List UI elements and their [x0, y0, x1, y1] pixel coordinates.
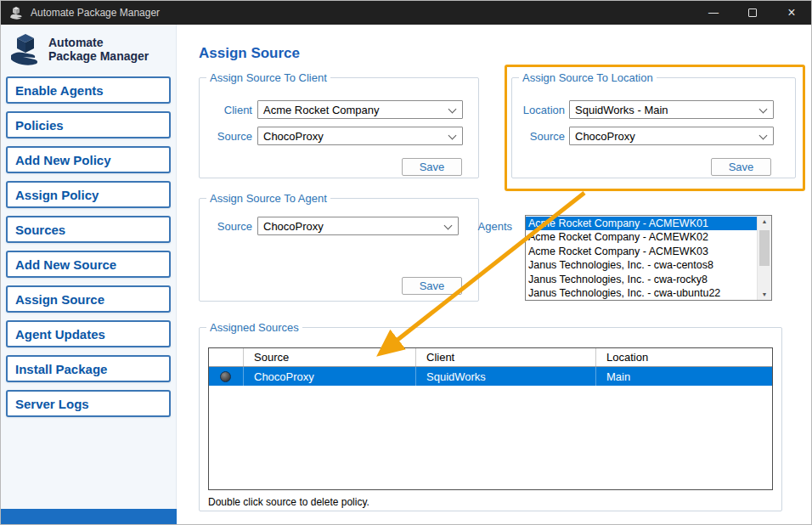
- chevron-down-icon: [444, 222, 453, 230]
- source-label: Source: [206, 130, 252, 143]
- sidebar-item-sources[interactable]: Sources: [6, 216, 171, 243]
- titlebar: Automate Package Manager — ×: [1, 1, 811, 25]
- assigned-sources-title: Assigned Sources: [206, 321, 302, 334]
- sidebar-item-install-package[interactable]: Install Package: [6, 355, 171, 382]
- client-source-dropdown[interactable]: ChocoProxy: [257, 127, 463, 145]
- assigned-sources-group: Assigned Sources Source Client Location …: [199, 327, 782, 511]
- close-icon: ×: [787, 5, 795, 20]
- agent-list-item[interactable]: Janus Technologies, Inc. - cwa-ubuntu22: [526, 286, 757, 300]
- assign-source-to-location-group: Assign Source To Location Location Squid…: [511, 77, 796, 178]
- page-title: Assign Source: [199, 45, 300, 62]
- chevron-down-icon: [448, 105, 457, 114]
- minimize-button[interactable]: —: [694, 1, 733, 25]
- agent-list-item[interactable]: Acme Rocket Company - ACMEWK03: [526, 245, 757, 258]
- agent-list-item[interactable]: Janus Technologies, Inc. - cwa-centos8: [526, 258, 757, 272]
- table-header-row: Source Client Location: [209, 348, 772, 367]
- sidebar-item-assign-source[interactable]: Assign Source: [6, 285, 171, 313]
- column-header-source[interactable]: Source: [243, 348, 415, 366]
- chevron-down-icon: [448, 132, 457, 140]
- close-button[interactable]: ×: [772, 1, 811, 25]
- maximize-button[interactable]: [733, 1, 772, 25]
- scrollbar-thumb[interactable]: [759, 230, 770, 266]
- current-row-indicator-icon: [220, 371, 231, 382]
- column-header-location[interactable]: Location: [595, 348, 772, 366]
- sidebar: Automate Package Manager Enable Agents P…: [1, 25, 177, 524]
- main-content: Assign Source Assign Source To Client Cl…: [177, 25, 811, 524]
- row-header-corner: [209, 348, 243, 366]
- client-save-button[interactable]: Save: [402, 158, 462, 176]
- logo-text: Automate Package Manager: [48, 36, 149, 63]
- agent-save-button[interactable]: Save: [402, 277, 462, 295]
- location-save-button[interactable]: Save: [711, 158, 771, 176]
- app-window: { "window": { "title": "Automate Package…: [0, 0, 812, 525]
- agent-save-label: Save: [420, 279, 445, 292]
- cell-client: SquidWorks: [415, 367, 595, 386]
- agent-source-label: Source: [206, 220, 252, 233]
- client-source-dropdown-value: ChocoProxy: [263, 130, 324, 143]
- agent-source-dropdown[interactable]: ChocoProxy: [257, 217, 459, 235]
- window-title: Automate Package Manager: [31, 7, 160, 19]
- location-source-dropdown[interactable]: ChocoProxy: [569, 127, 774, 145]
- agents-list-items: Acme Rocket Company - ACMEWK01 Acme Rock…: [526, 217, 757, 300]
- maximize-icon: [748, 8, 757, 17]
- assign-source-to-client-group: Assign Source To Client Client Acme Rock…: [199, 77, 479, 178]
- logo-line1: Automate: [48, 36, 149, 49]
- chevron-down-icon: [759, 105, 768, 114]
- chevron-down-icon: [759, 132, 768, 140]
- sidebar-item-server-logs[interactable]: Server Logs: [6, 390, 171, 417]
- row-header-cell: [209, 367, 243, 386]
- assign-source-to-agent-group: Assign Source To Agent Source ChocoProxy…: [199, 198, 479, 302]
- app-logo: Automate Package Manager: [1, 25, 176, 66]
- sidebar-item-enable-agents[interactable]: Enable Agents: [6, 76, 171, 104]
- sidebar-item-assign-policy[interactable]: Assign Policy: [6, 181, 171, 208]
- scroll-up-icon[interactable]: ▲: [758, 218, 771, 224]
- sidebar-bottom-accent: [1, 509, 177, 524]
- location-save-label: Save: [729, 161, 754, 173]
- window-controls: — ×: [694, 1, 811, 25]
- agents-label: Agents: [465, 220, 512, 233]
- delete-hint-text: Double click source to delete policy.: [208, 496, 369, 508]
- sidebar-item-policies[interactable]: Policies: [6, 111, 171, 138]
- location-source-label: Source: [516, 130, 565, 143]
- location-label: Location: [516, 104, 565, 116]
- client-dropdown-value: Acme Rocket Company: [263, 104, 380, 116]
- cell-location: Main: [595, 367, 772, 386]
- scroll-down-icon[interactable]: ▼: [758, 291, 771, 297]
- location-source-dropdown-value: ChocoProxy: [575, 130, 635, 143]
- sidebar-item-agent-updates[interactable]: Agent Updates: [6, 320, 171, 347]
- location-dropdown-value: SquidWorks - Main: [575, 104, 668, 116]
- client-group-title: Assign Source To Client: [206, 71, 330, 84]
- agent-group-title: Assign Source To Agent: [206, 192, 330, 205]
- agents-scrollbar[interactable]: ▲ ▼: [757, 216, 771, 300]
- location-group-title: Assign Source To Location: [519, 71, 657, 84]
- agent-list-item[interactable]: Acme Rocket Company - ACMEWK01: [526, 217, 757, 230]
- location-dropdown[interactable]: SquidWorks - Main: [569, 100, 774, 119]
- client-label: Client: [206, 104, 252, 116]
- package-hand-icon: [8, 32, 43, 66]
- sidebar-menu: Enable Agents Policies Add New Policy As…: [1, 76, 176, 417]
- sidebar-item-add-new-policy[interactable]: Add New Policy: [6, 146, 171, 173]
- app-icon: [9, 6, 23, 20]
- sidebar-item-add-new-source[interactable]: Add New Source: [6, 251, 171, 278]
- assigned-sources-table: Source Client Location ChocoProxy SquidW…: [208, 347, 773, 490]
- agent-source-dropdown-value: ChocoProxy: [263, 220, 324, 233]
- agents-listbox[interactable]: Acme Rocket Company - ACMEWK01 Acme Rock…: [525, 215, 772, 301]
- column-header-client[interactable]: Client: [415, 348, 595, 366]
- client-save-label: Save: [420, 161, 445, 173]
- client-dropdown[interactable]: Acme Rocket Company: [257, 100, 463, 119]
- cell-source: ChocoProxy: [243, 367, 415, 386]
- logo-line2: Package Manager: [48, 49, 149, 63]
- minimize-icon: —: [708, 7, 719, 19]
- agent-list-item[interactable]: Acme Rocket Company - ACMEWK02: [526, 230, 757, 244]
- table-row[interactable]: ChocoProxy SquidWorks Main: [209, 367, 772, 386]
- agent-list-item[interactable]: Janus Technologies, Inc. - cwa-rocky8: [526, 273, 757, 286]
